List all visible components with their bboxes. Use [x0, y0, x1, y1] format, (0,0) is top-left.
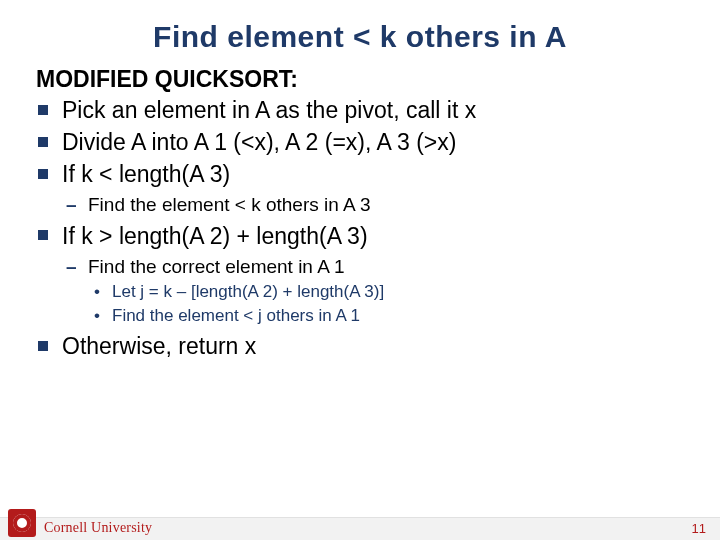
bullet-text: If k < length(A 3)	[62, 161, 230, 187]
section-heading: MODIFIED QUICKSORT:	[36, 66, 684, 93]
slide-body: MODIFIED QUICKSORT: Pick an element in A…	[0, 60, 720, 362]
list-item: If k < length(A 3) Find the element < k …	[36, 159, 684, 218]
sub-list: Find the element < k others in A 3	[62, 192, 684, 218]
bullet-text: Find the correct element in A 1	[88, 256, 345, 277]
sub-list: Find the correct element in A 1 Let j = …	[62, 254, 684, 329]
slide-footer: Cornell University 11	[0, 506, 720, 540]
list-item: Otherwise, return x	[36, 331, 684, 362]
bullet-text: Find the element < k others in A 3	[88, 194, 371, 215]
list-item: Find the element < j others in A 1	[94, 305, 684, 328]
slide: Find element < k others in A MODIFIED QU…	[0, 0, 720, 540]
bullet-text: If k > length(A 2) + length(A 3)	[62, 223, 368, 249]
bullet-text: Find the element < j others in A 1	[112, 306, 360, 325]
university-name: Cornell University	[44, 520, 152, 536]
list-item: If k > length(A 2) + length(A 3) Find th…	[36, 221, 684, 329]
slide-title: Find element < k others in A	[0, 0, 720, 60]
bullet-text: Otherwise, return x	[62, 333, 256, 359]
bullet-list: Pick an element in A as the pivot, call …	[36, 95, 684, 362]
bullet-text: Divide A into A 1 (<x), A 2 (=x), A 3 (>…	[62, 129, 456, 155]
list-item: Pick an element in A as the pivot, call …	[36, 95, 684, 126]
bullet-text: Pick an element in A as the pivot, call …	[62, 97, 476, 123]
list-item: Divide A into A 1 (<x), A 2 (=x), A 3 (>…	[36, 127, 684, 158]
sub-sub-list: Let j = k – [length(A 2) + length(A 3)] …	[88, 281, 684, 328]
bullet-text: Let j = k – [length(A 2) + length(A 3)]	[112, 282, 384, 301]
page-number: 11	[692, 521, 706, 536]
cornell-seal-icon	[8, 509, 36, 537]
list-item: Find the correct element in A 1 Let j = …	[66, 254, 684, 329]
list-item: Let j = k – [length(A 2) + length(A 3)]	[94, 281, 684, 304]
list-item: Find the element < k others in A 3	[66, 192, 684, 218]
